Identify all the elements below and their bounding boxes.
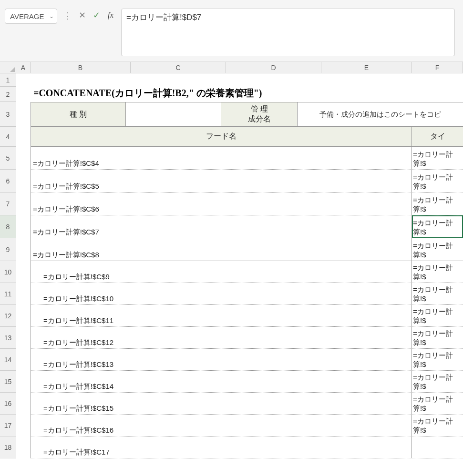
row-header-8[interactable]: 8 (0, 215, 16, 238)
table-row: 14=カロリー計算!$C$13=カロリー計算!$ (0, 349, 463, 371)
cell[interactable] (16, 283, 31, 305)
table-row: 15=カロリー計算!$C$14=カロリー計算!$ (0, 371, 463, 393)
title-cell[interactable]: =CONCATENATE(カロリー計算!B2," の栄養素管理") (31, 87, 463, 102)
food-cell[interactable]: =カロリー計算!$C$11 (31, 305, 412, 327)
food-cell[interactable]: =カロリー計算!$C$13 (31, 349, 412, 371)
cell[interactable] (16, 87, 31, 102)
row-header-5[interactable]: 5 (0, 147, 16, 170)
table-row: 12=カロリー計算!$C$11=カロリー計算!$ (0, 305, 463, 327)
cell[interactable] (16, 261, 31, 283)
header-shubetsu[interactable]: 種 別 (31, 102, 126, 127)
row-header-18[interactable]: 18 (0, 436, 16, 458)
header-type[interactable]: タイ (412, 127, 463, 147)
food-cell[interactable]: =カロリー計算!$C$9 (31, 261, 412, 283)
header-food-name[interactable]: フード名 (31, 127, 412, 147)
table-row: 17=カロリー計算!$C$16=カロリー計算!$ (0, 415, 463, 436)
row-header-15[interactable]: 15 (0, 371, 16, 393)
food-cell[interactable]: =カロリー計算!$C$7 (31, 215, 412, 238)
row-header-10[interactable]: 10 (0, 261, 16, 283)
cell[interactable] (16, 393, 31, 415)
header-yobi[interactable]: 予備・成分の追加はこのシートをコピ (298, 102, 463, 127)
row-header-9[interactable]: 9 (0, 238, 16, 261)
cell[interactable] (16, 371, 31, 393)
row-header-1[interactable]: 1 (0, 73, 16, 87)
food-cell[interactable]: =カロリー計算!$C$14 (31, 371, 412, 393)
cell[interactable] (16, 238, 31, 261)
header-blank[interactable] (126, 102, 221, 127)
row-header-14[interactable]: 14 (0, 349, 16, 371)
col-header-A[interactable]: A (16, 62, 31, 73)
type-cell[interactable]: =カロリー計算!$ (412, 305, 463, 327)
name-box[interactable]: AVERAGE ⌄ (5, 9, 57, 24)
col-header-F[interactable]: F (412, 62, 463, 73)
col-header-E[interactable]: E (321, 62, 412, 73)
type-cell[interactable]: =カロリー計算!$ (412, 170, 463, 192)
cell[interactable] (16, 147, 31, 170)
table-row: 9=カロリー計算!$C$8=カロリー計算!$ (0, 238, 463, 261)
row-header-6[interactable]: 6 (0, 170, 16, 192)
type-cell[interactable]: =カロリー計算!$ (412, 327, 463, 349)
cancel-icon[interactable]: ✕ (77, 10, 87, 20)
row-header-11[interactable]: 11 (0, 283, 16, 305)
type-cell[interactable]: =カロリー計算!$ (412, 393, 463, 415)
formula-bar-buttons: ✕ ✓ fx (77, 10, 115, 20)
food-cell[interactable]: =カロリー計算!$C$5 (31, 170, 412, 192)
cell[interactable] (16, 127, 31, 147)
food-cell[interactable]: =カロリー計算!$C$8 (31, 238, 412, 261)
cell[interactable] (16, 415, 31, 436)
food-cell[interactable]: =カロリー計算!$C$15 (31, 393, 412, 415)
header-kanri[interactable]: 管 理 成分名 (221, 102, 298, 127)
food-cell[interactable]: =カロリー計算!$C$16 (31, 415, 412, 436)
row-header-2[interactable]: 2 (0, 87, 16, 102)
formula-bar-separator: ⋮ (63, 10, 72, 21)
row-header-7[interactable]: 7 (0, 192, 16, 215)
table-row: 11=カロリー計算!$C$10=カロリー計算!$ (0, 283, 463, 305)
cell[interactable] (16, 349, 31, 371)
formula-bar: AVERAGE ⌄ ⋮ ✕ ✓ fx (0, 0, 463, 62)
col-header-C[interactable]: C (131, 62, 226, 73)
food-cell[interactable]: =カロリー計算!$C$4 (31, 147, 412, 170)
col-header-D[interactable]: D (226, 62, 321, 73)
type-cell[interactable]: =カロリー計算!$ (412, 261, 463, 283)
cell[interactable] (16, 327, 31, 349)
table-row: 8=カロリー計算!$C$7=カロリー計算!$ (0, 215, 463, 238)
column-headers: A B C D E F (0, 62, 463, 73)
data-rows: 5=カロリー計算!$C$4=カロリー計算!$6=カロリー計算!$C$5=カロリー… (0, 147, 463, 458)
cell[interactable] (16, 192, 31, 215)
cell[interactable] (16, 170, 31, 192)
table-row: 5=カロリー計算!$C$4=カロリー計算!$ (0, 147, 463, 170)
row-header-3[interactable]: 3 (0, 102, 16, 127)
row-header-17[interactable]: 17 (0, 415, 16, 436)
type-cell[interactable]: =カロリー計算!$ (412, 349, 463, 371)
select-all-corner[interactable] (0, 62, 16, 73)
name-box-value: AVERAGE (10, 12, 44, 20)
cell[interactable] (16, 305, 31, 327)
food-cell[interactable]: =カロリー計算!$C$10 (31, 283, 412, 305)
row-2: 2 =CONCATENATE(カロリー計算!B2," の栄養素管理") (0, 87, 463, 102)
row-header-13[interactable]: 13 (0, 327, 16, 349)
type-cell[interactable] (412, 436, 463, 458)
cell[interactable] (16, 215, 31, 238)
type-cell[interactable]: =カロリー計算!$ (412, 215, 463, 238)
type-cell[interactable]: =カロリー計算!$ (412, 415, 463, 436)
type-cell[interactable]: =カロリー計算!$ (412, 283, 463, 305)
food-cell[interactable]: =カロリー計算!$C17 (31, 436, 412, 458)
row-header-16[interactable]: 16 (0, 393, 16, 415)
type-cell[interactable]: =カロリー計算!$ (412, 147, 463, 170)
food-cell[interactable]: =カロリー計算!$C$6 (31, 192, 412, 215)
accept-icon[interactable]: ✓ (92, 10, 101, 20)
fx-icon[interactable]: fx (106, 10, 115, 20)
food-cell[interactable]: =カロリー計算!$C$12 (31, 327, 412, 349)
row-header-4[interactable]: 4 (0, 127, 16, 147)
cell[interactable] (16, 73, 463, 87)
chevron-down-icon[interactable]: ⌄ (49, 13, 54, 20)
type-cell[interactable]: =カロリー計算!$ (412, 238, 463, 261)
table-row: 6=カロリー計算!$C$5=カロリー計算!$ (0, 170, 463, 192)
col-header-B[interactable]: B (31, 62, 131, 73)
formula-input[interactable] (121, 9, 455, 56)
type-cell[interactable]: =カロリー計算!$ (412, 192, 463, 215)
cell[interactable] (16, 436, 31, 458)
row-header-12[interactable]: 12 (0, 305, 16, 327)
type-cell[interactable]: =カロリー計算!$ (412, 371, 463, 393)
cell[interactable] (16, 102, 31, 127)
